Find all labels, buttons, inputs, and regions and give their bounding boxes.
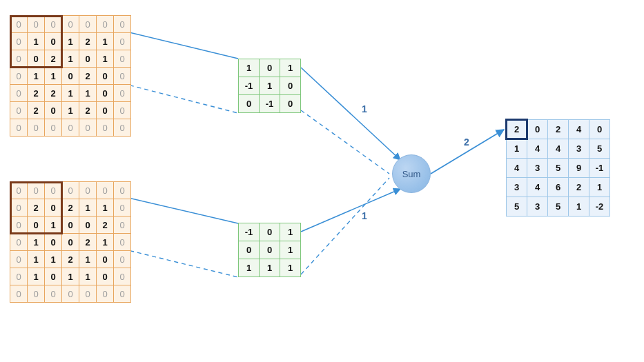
cell: 0 [97,251,114,268]
cell: 0 [45,285,62,303]
cell: 0 [10,85,28,102]
cell: 1 [589,178,610,197]
cell: 0 [10,68,28,85]
svg-line-7 [301,178,389,274]
svg-line-5 [301,110,389,174]
cell: 0 [79,50,97,68]
cell: 0 [28,119,45,137]
cell: 0 [97,268,114,285]
svg-line-4 [301,68,400,160]
cell: 1 [239,59,260,77]
cell: 0 [239,95,260,113]
cell: 1 [45,68,62,85]
cell: 0 [62,234,79,251]
cell: 3 [569,139,589,159]
edge-label-output: 2 [464,137,469,148]
cell: 0 [45,33,62,50]
cell: 1 [45,217,62,234]
cell: 0 [280,77,301,95]
cell: 0 [62,182,79,199]
cell: 0 [10,285,28,303]
cell: 0 [114,119,131,137]
cell: 2 [45,85,62,102]
cell: 0 [28,217,45,234]
cell: 0 [260,241,280,259]
cell: 2 [79,102,97,119]
cell: 0 [260,59,280,77]
input-channel-1: 0000000010121000210100110200022110002012… [10,15,131,137]
cell: 1 [62,85,79,102]
cell: 0 [97,119,114,137]
cell: 2 [62,199,79,217]
cell: 0 [114,285,131,303]
cell: 2 [548,120,569,139]
cell: 9 [569,159,589,178]
output-feature-map: 20240144354359-1346215351-2 [506,119,610,217]
cell: 0 [114,16,131,33]
cell: 0 [28,16,45,33]
cell: 0 [79,217,97,234]
cell: 0 [62,68,79,85]
cell: 2 [79,68,97,85]
cell: 0 [114,85,131,102]
cell: 2 [28,199,45,217]
cell: 1 [239,259,260,277]
cell: 0 [280,95,301,113]
cell: 5 [589,139,610,159]
cell: 0 [97,102,114,119]
cell: 0 [114,50,131,68]
cell: 1 [97,50,114,68]
cell: 0 [10,251,28,268]
cell: 0 [79,119,97,137]
cell: 1 [62,102,79,119]
cell: 0 [10,234,28,251]
cell: 1 [28,68,45,85]
cell: 5 [548,159,569,178]
cell: 0 [10,217,28,234]
cell: 0 [45,199,62,217]
cell: 0 [45,16,62,33]
cell: 1 [97,199,114,217]
svg-line-6 [301,189,400,232]
cell: 0 [114,268,131,285]
cell: 4 [548,139,569,159]
input-channel-2: 0000000020211000100200100210011210001011… [10,181,131,303]
cell: 1 [97,33,114,50]
cell: 5 [507,197,527,217]
cell: 0 [260,223,280,241]
cell: 3 [527,159,548,178]
cell: 0 [114,199,131,217]
cell: 0 [28,182,45,199]
cell: 3 [507,178,527,197]
cell: 1 [280,259,301,277]
cell: 0 [527,120,548,139]
cell: 0 [97,85,114,102]
cell: 2 [28,85,45,102]
cell: 4 [527,139,548,159]
cell: 0 [97,285,114,303]
cell: 0 [239,241,260,259]
cell: 0 [62,285,79,303]
cell: 1 [79,199,97,217]
cell: 1 [62,50,79,68]
cell: 0 [45,119,62,137]
cell: 0 [45,234,62,251]
cell: 0 [10,199,28,217]
cell: 0 [10,182,28,199]
cell: 1 [79,85,97,102]
cell: 0 [62,217,79,234]
cell: 0 [10,119,28,137]
cell: 0 [45,102,62,119]
edge-label-kernel2: 1 [362,210,367,221]
cell: 0 [28,50,45,68]
cell: 0 [28,285,45,303]
cell: 1 [280,241,301,259]
cell: 0 [114,182,131,199]
cell: 4 [569,120,589,139]
cell: -1 [239,77,260,95]
cell: 0 [79,16,97,33]
edge-label-kernel1: 1 [362,103,367,114]
cell: 0 [10,102,28,119]
cell: 0 [10,16,28,33]
cell: 1 [97,234,114,251]
